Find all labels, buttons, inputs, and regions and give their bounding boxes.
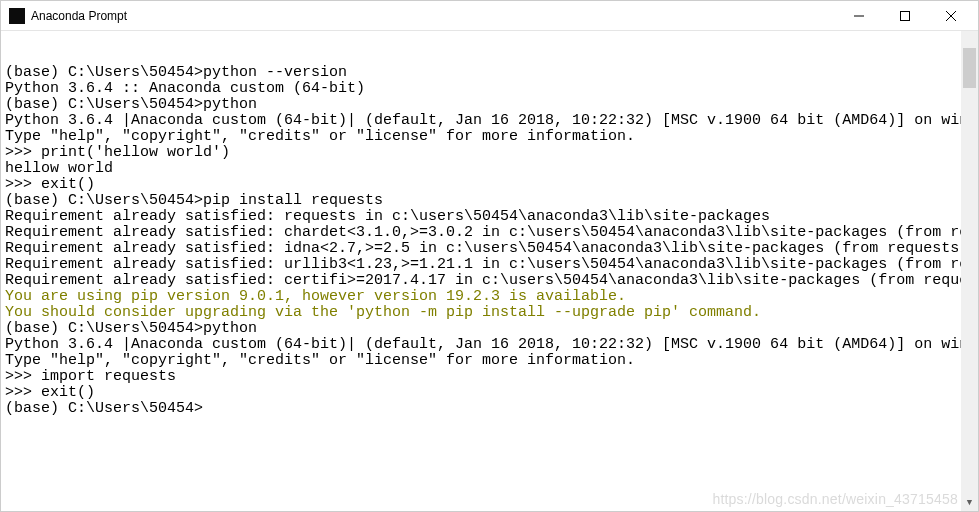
terminal-line: Requirement already satisfied: urllib3<1… [5,257,974,273]
scroll-down-arrow-icon[interactable]: ▼ [961,494,978,511]
svg-rect-0 [901,11,910,20]
terminal-line: Python 3.6.4 :: Anaconda custom (64-bit) [5,81,974,97]
terminal-line: hellow world [5,161,974,177]
terminal-line: Python 3.6.4 |Anaconda custom (64-bit)| … [5,113,974,129]
window-title: Anaconda Prompt [31,9,836,23]
terminal-line: Requirement already satisfied: chardet<3… [5,225,974,241]
terminal-line: Requirement already satisfied: certifi>=… [5,273,974,289]
terminal-line: Type "help", "copyright", "credits" or "… [5,129,974,145]
scrollbar[interactable]: ▲ ▼ [961,31,978,511]
terminal-line: >>> exit() [5,385,974,401]
terminal-line: >>> exit() [5,177,974,193]
close-button[interactable] [928,1,974,31]
titlebar[interactable]: Anaconda Prompt [1,1,978,31]
terminal-line: You should consider upgrading via the 'p… [5,305,974,321]
terminal-output[interactable]: (base) C:\Users\50454>python --versionPy… [1,31,978,511]
cursor [203,403,211,417]
minimize-icon [854,11,864,21]
close-icon [946,11,956,21]
maximize-button[interactable] [882,1,928,31]
maximize-icon [900,11,910,21]
scroll-thumb[interactable] [963,48,976,88]
terminal-line: (base) C:\Users\50454>python --version [5,65,974,81]
terminal-line: Type "help", "copyright", "credits" or "… [5,353,974,369]
terminal-line: (base) C:\Users\50454>python [5,321,974,337]
terminal-line: (base) C:\Users\50454> [5,401,974,417]
terminal-line: You are using pip version 9.0.1, however… [5,289,974,305]
terminal-line: >>> print('hellow world') [5,145,974,161]
terminal-line: (base) C:\Users\50454>python [5,97,974,113]
watermark-text: https://blog.csdn.net/weixin_43715458 [712,491,958,507]
terminal-line: Requirement already satisfied: requests … [5,209,974,225]
terminal-line: (base) C:\Users\50454>pip install reques… [5,193,974,209]
terminal-line: Python 3.6.4 |Anaconda custom (64-bit)| … [5,337,974,353]
minimize-button[interactable] [836,1,882,31]
terminal-line: Requirement already satisfied: idna<2.7,… [5,241,974,257]
app-icon [9,8,25,24]
terminal-line: >>> import requests [5,369,974,385]
